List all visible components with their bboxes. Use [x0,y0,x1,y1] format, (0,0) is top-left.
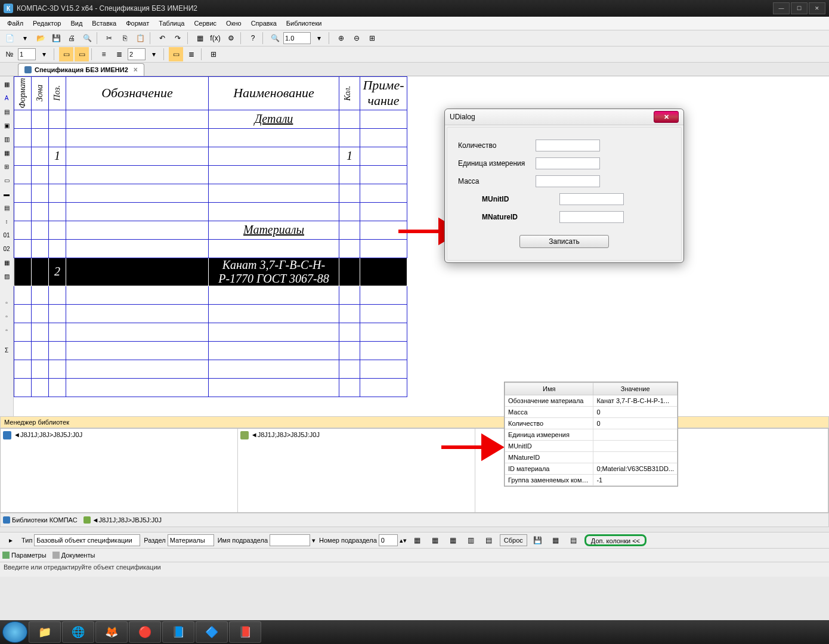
bb-icon-grid1[interactable]: ▦ [410,533,425,547]
prop-row[interactable]: MUnitID [505,441,678,452]
input-munitid[interactable] [559,193,624,205]
input-section[interactable] [168,534,214,546]
table-row[interactable] [14,202,407,221]
tool-b7-icon[interactable]: ▤ [0,201,13,214]
menu-file[interactable]: Файл [2,18,28,28]
dop-columns-button[interactable]: Доп. колонки << [584,534,647,546]
tool-sheet-icon[interactable]: ▦ [0,78,13,91]
tab-docs[interactable]: Документы [52,552,95,559]
tool-b12-icon[interactable]: ▨ [0,270,13,283]
fx-icon[interactable]: f(x) [208,31,222,45]
undo-icon[interactable]: ↶ [155,31,169,45]
tool-b8-icon[interactable]: ↕ [0,215,13,228]
doc-tab-active[interactable]: Спецификация БЕЗ ИМЕНИ2 × [18,63,144,76]
table-row[interactable] [14,378,407,397]
tool-b11-icon[interactable]: ▦ [0,256,13,269]
lib-tab-2[interactable]: ◄J8J1J;J8J>JBJ5J:J0J [83,516,162,524]
tool-b10-icon[interactable]: 02 [0,242,13,255]
table-row[interactable] [14,360,407,378]
lib-panel-1[interactable]: ◄J8J1J;J8J>J8J5J:J0J [1,429,238,512]
table-row[interactable]: Детали [14,110,407,128]
lib-item-1[interactable]: ◄J8J1J;J8J>J8J5J:J0J [14,431,82,438]
prop-row[interactable]: MNatureID [505,452,678,463]
table-row[interactable] [14,323,407,341]
task-explorer-icon[interactable]: 📁 [29,621,61,643]
tool-b13-icon[interactable]: ▫ [0,296,13,309]
num-input-2[interactable] [128,48,146,60]
dropdown3-icon[interactable]: ▾ [37,47,51,61]
table-row[interactable]: 11 [14,147,407,165]
tab-params[interactable]: Параметры [2,552,47,559]
table-row[interactable] [14,341,407,360]
input-subnum[interactable] [379,534,398,546]
align-left-icon[interactable]: ≡ [97,47,111,61]
tool-b6-icon[interactable]: ▬ [0,187,13,200]
table-row[interactable] [14,184,407,202]
highlight-icon[interactable]: ▭ [59,47,73,61]
bb-icon-grid4[interactable]: ▥ [464,533,478,547]
print-icon[interactable]: 🖨 [64,31,79,45]
bb-icon-disk[interactable]: 💾 [531,533,545,547]
save-button[interactable]: Записать [519,235,609,248]
prop-row[interactable]: Масса0 [505,407,678,418]
input-type[interactable] [34,534,140,546]
tool-b15-icon[interactable]: ▫ [0,323,13,336]
bb-icon-props[interactable]: ▤ [567,533,581,547]
input-mass[interactable] [536,175,600,187]
open-icon[interactable]: 📂 [33,31,48,45]
input-mnatureid[interactable] [559,211,624,223]
lib-panel-2[interactable]: ◄J8J1J;J8J>J8J5J:J0J [238,429,475,512]
props-icon[interactable]: ▦ [193,31,207,45]
minimize-button[interactable]: — [773,2,790,14]
tool-text-icon[interactable]: A [0,91,13,104]
lib-item-2[interactable]: ◄J8J1J;J8J>J8J5J:J0J [251,431,320,438]
cut-icon[interactable]: ✂ [102,31,116,45]
window-layout-icon[interactable]: ⊞ [365,31,379,45]
doc-tab-close-icon[interactable]: × [134,66,138,74]
input-subname[interactable] [270,534,310,546]
zoom-in-icon[interactable]: ⊕ [334,31,348,45]
save-icon[interactable]: 💾 [49,31,63,45]
task-app1-icon[interactable]: 🔴 [129,621,161,643]
dd-subname-icon[interactable]: ▾ [312,537,315,544]
menu-libs[interactable]: Библиотеки [282,18,327,28]
bb-icon-grid5[interactable]: ▤ [482,533,496,547]
input-unit[interactable] [536,157,600,169]
table-row[interactable]: 2Канат 3,7-Г-В-С-Н-Р-1770 ГОСТ 3067-88 [14,258,407,286]
vars-icon[interactable]: ⚙ [224,31,238,45]
tool-b5-icon[interactable]: ▭ [0,174,13,187]
subnum-spinner[interactable]: ▴▾ [400,537,407,544]
task-pdf-icon[interactable]: 📕 [229,621,261,643]
close-button[interactable]: ✕ [809,2,825,14]
dialog-titlebar[interactable]: UDialog ✕ [445,109,683,125]
highlight3-icon[interactable]: ▭ [169,47,183,61]
table-row[interactable] [14,239,407,258]
bb-icon-1[interactable]: ▸ [4,533,18,547]
menu-window[interactable]: Окно [221,18,246,28]
menu-view[interactable]: Вид [66,18,87,28]
start-button[interactable] [2,621,27,643]
prop-row[interactable]: ID материала0;Material:V63C5B31DD... [505,463,678,475]
input-qty[interactable] [536,140,600,151]
menu-insert[interactable]: Вставка [87,18,121,28]
zoom-input[interactable] [283,32,311,44]
help-icon[interactable]: ? [246,31,260,45]
dropdown-icon[interactable]: ▾ [18,31,32,45]
menu-service[interactable]: Сервис [189,18,221,28]
table-row[interactable] [14,128,407,147]
tree-icon[interactable]: ⊞ [206,47,221,61]
bb-icon-calc[interactable]: ▦ [549,533,563,547]
menu-table[interactable]: Таблица [154,18,189,28]
copy-icon[interactable]: ⎘ [117,31,132,45]
tool-sigma-icon[interactable]: Σ [0,343,13,357]
tool-b3-icon[interactable]: ▦ [0,146,13,159]
table-row[interactable] [14,286,407,304]
zoom-fit-icon[interactable]: 🔍 [268,31,282,45]
tool-b4-icon[interactable]: ⊞ [0,160,13,173]
lib-tab-kompas[interactable]: Библиотеки КОМПАС [3,516,78,524]
table-row[interactable] [14,165,407,184]
task-app2-icon[interactable]: 📘 [162,621,194,643]
maximize-button[interactable]: ☐ [791,2,808,14]
bb-icon-grid2[interactable]: ▦ [428,533,443,547]
tool-b2-icon[interactable]: ▥ [0,132,13,145]
